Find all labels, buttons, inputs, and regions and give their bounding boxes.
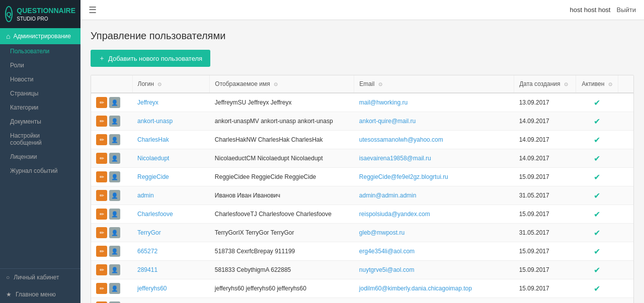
cell-login-10: jefferyhs60	[132, 279, 210, 298]
main-menu-item[interactable]: ★ Главное меню	[0, 286, 80, 303]
col-header-email[interactable]: Email ⊙	[354, 75, 514, 93]
login-link-8[interactable]: 665272	[137, 248, 157, 255]
login-link-0[interactable]: Jeffreyx	[137, 99, 158, 106]
email-link-7[interactable]: gleb@mwpost.ru	[359, 229, 405, 236]
user-button-8[interactable]: 👤	[109, 246, 120, 257]
edit-button-6[interactable]: ✏	[96, 209, 107, 220]
edit-button-10[interactable]: ✏	[96, 283, 107, 294]
active-check-icon: ✔	[594, 136, 600, 144]
cell-actions-2: ✏ 👤	[91, 131, 132, 149]
table-row: ✏ 👤 Jeffreyx JeffreymSU Jeffreyx Jeffrey…	[91, 93, 633, 112]
email-link-3[interactable]: isaevairena19858@mail.ru	[359, 155, 431, 162]
active-check-icon: ✔	[594, 191, 600, 200]
cell-extra-2	[618, 131, 633, 149]
login-link-9[interactable]: 289411	[137, 266, 157, 273]
sidebar-bottom: ○ Личный кабинет ★ Главное меню	[0, 268, 80, 303]
sidebar-item-licenses[interactable]: Лицензии	[0, 150, 80, 164]
cell-actions-7: ✏ 👤	[91, 224, 132, 242]
cell-login-5: admin	[132, 186, 210, 205]
cell-login-11: 236747	[132, 298, 210, 304]
sidebar-item-event-log[interactable]: Журнал событий	[0, 164, 80, 178]
login-link-1[interactable]: ankort-unasp	[137, 118, 173, 125]
cell-actions-4: ✏ 👤	[91, 168, 132, 186]
table-row: ✏ 👤 ankort-unasp ankort-unaspMV ankort-u…	[91, 112, 633, 131]
col-header-display[interactable]: Отображаемое имя ⊙	[210, 75, 354, 93]
main-menu-label: Главное меню	[16, 291, 56, 298]
user-button-1[interactable]: 👤	[109, 116, 120, 127]
cell-date-2: 14.09.2017	[514, 131, 576, 149]
login-link-2[interactable]: CharlesHak	[137, 136, 169, 143]
sidebar-item-documents[interactable]: Документы	[0, 115, 80, 129]
cell-display-4: ReggieCidee ReggieCide ReggieCide	[210, 168, 354, 186]
cell-login-6: Charlesfoove	[132, 205, 210, 224]
sidebar-item-categories[interactable]: Категории	[0, 100, 80, 115]
sidebar-item-message-settings[interactable]: Настройки сообщений	[0, 129, 80, 150]
table-row: ✏ 👤 admin Иванов Иван Иванович admin@adm…	[91, 186, 633, 205]
sidebar-item-roles[interactable]: Роли	[0, 58, 80, 72]
cell-actions-3: ✏ 👤	[91, 149, 132, 168]
email-link-5[interactable]: admin@admin.admin	[359, 192, 417, 199]
edit-button-3[interactable]: ✏	[96, 153, 107, 164]
sidebar-item-pages[interactable]: Страницы	[0, 86, 80, 100]
col-header-login[interactable]: Логин ⊙	[132, 75, 210, 93]
user-button-6[interactable]: 👤	[109, 209, 120, 220]
cell-active-3: ✔	[576, 149, 618, 168]
user-button-10[interactable]: 👤	[109, 283, 120, 294]
login-link-6[interactable]: Charlesfoove	[137, 211, 173, 218]
cell-email-6: reispolsiuda@yandex.com	[354, 205, 514, 224]
cell-extra-6	[618, 205, 633, 224]
email-link-0[interactable]: mail@hworking.ru	[359, 99, 408, 106]
user-button-5[interactable]: 👤	[109, 190, 120, 201]
table-row: ✏ 👤 CharlesHak CharlesHakNW CharlesHak C…	[91, 131, 633, 149]
user-button-9[interactable]: 👤	[109, 264, 120, 275]
email-link-1[interactable]: ankort-quire@mail.ru	[359, 118, 416, 125]
cell-extra-5	[618, 186, 633, 205]
users-table-wrapper: Логин ⊙ Отображаемое имя ⊙ Email ⊙ Дат	[91, 75, 634, 303]
edit-button-8[interactable]: ✏	[96, 246, 107, 257]
cell-login-8: 665272	[132, 242, 210, 261]
user-button-0[interactable]: 👤	[109, 97, 120, 108]
email-link-4[interactable]: ReggieCide@fe9el2gz.blogrtui.ru	[359, 173, 448, 180]
user-button-7[interactable]: 👤	[109, 227, 120, 238]
email-link-8[interactable]: erg4e354li@aol.com	[359, 248, 415, 255]
login-link-7[interactable]: TerryGor	[137, 229, 161, 236]
sidebar-admin-section[interactable]: ⌂ Администрирование	[0, 28, 80, 44]
login-link-4[interactable]: ReggieCide	[137, 173, 169, 180]
edit-button-4[interactable]: ✏	[96, 171, 107, 182]
email-link-2[interactable]: utesossamanolwh@yahoo.com	[359, 136, 443, 143]
email-link-9[interactable]: nuytgrve5i@aol.com	[359, 266, 415, 273]
cell-login-7: TerryGor	[132, 224, 210, 242]
edit-button-5[interactable]: ✏	[96, 190, 107, 201]
logout-button[interactable]: Выйти	[617, 6, 636, 14]
sidebar-item-users[interactable]: Пользователи	[0, 44, 80, 58]
personal-cabinet-item[interactable]: ○ Личный кабинет	[0, 269, 80, 286]
cell-date-1: 14.09.2017	[514, 112, 576, 131]
edit-button-7[interactable]: ✏	[96, 227, 107, 238]
edit-button-9[interactable]: ✏	[96, 264, 107, 275]
hamburger-icon[interactable]: ☰	[89, 5, 97, 16]
email-link-10[interactable]: jodilm60@kimberly.dania.chicagoimap.top	[359, 285, 472, 292]
cell-login-3: Nicolaedupt	[132, 149, 210, 168]
user-button-4[interactable]: 👤	[109, 171, 120, 182]
sidebar-item-news[interactable]: Новости	[0, 72, 80, 86]
user-button-2[interactable]: 👤	[109, 134, 120, 145]
edit-button-0[interactable]: ✏	[96, 97, 107, 108]
login-link-3[interactable]: Nicolaedupt	[137, 155, 169, 162]
cell-actions-0: ✏ 👤	[91, 93, 132, 112]
cell-active-6: ✔	[576, 205, 618, 224]
email-link-6[interactable]: reispolsiuda@yandex.com	[359, 211, 430, 218]
login-link-10[interactable]: jefferyhs60	[137, 285, 167, 292]
edit-button-2[interactable]: ✏	[96, 134, 107, 145]
users-table: Логин ⊙ Отображаемое имя ⊙ Email ⊙ Дат	[91, 75, 633, 303]
user-button-3[interactable]: 👤	[109, 153, 120, 164]
page-title: Управление пользователями	[91, 30, 634, 42]
col-header-date[interactable]: Дата создания ⊙	[514, 75, 576, 93]
cell-date-7: 31.05.2017	[514, 224, 576, 242]
active-check-icon: ✔	[594, 247, 600, 256]
cell-email-2: utesossamanolwh@yahoo.com	[354, 131, 514, 149]
col-header-active[interactable]: Активен ⊙	[576, 75, 618, 93]
add-user-button[interactable]: ＋ Добавить нового пользователя	[91, 50, 210, 67]
edit-button-1[interactable]: ✏	[96, 116, 107, 127]
login-link-5[interactable]: admin	[137, 192, 154, 199]
cabinet-label: Личный кабинет	[14, 274, 59, 281]
